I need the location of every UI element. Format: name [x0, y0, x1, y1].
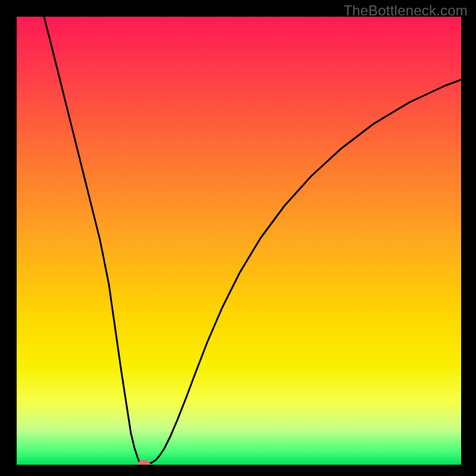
chart-overlay: [17, 17, 461, 465]
watermark-text: TheBottleneck.com: [343, 2, 468, 19]
optimal-marker: [138, 460, 150, 465]
chart-frame: TheBottleneck.com: [0, 0, 476, 476]
bottleneck-curve: [44, 17, 461, 464]
